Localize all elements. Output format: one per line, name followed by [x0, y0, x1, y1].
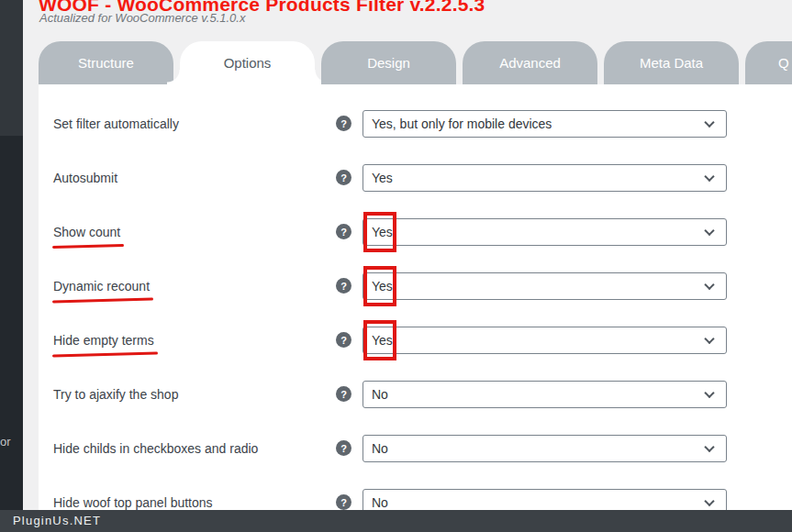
help-icon[interactable]: ?	[336, 386, 351, 402]
setting-label-text: Set filter automatically	[53, 116, 179, 131]
setting-label: Hide childs in checkboxes and radio	[53, 440, 336, 457]
tab-options[interactable]: Options	[180, 41, 315, 84]
help-icon[interactable]: ?	[336, 440, 351, 456]
chevron-down-icon	[704, 279, 714, 289]
settings-tab-bar: Structure Options Design Advanced Meta D…	[39, 41, 792, 84]
select-set-filter-automatically[interactable]: Yes, but only for mobile devices	[363, 110, 727, 138]
sidebar-menu-label-fragment: or	[0, 436, 11, 449]
setting-row-set-filter-automatically: Set filter automatically ? Yes, but only…	[39, 96, 792, 150]
setting-label-text: Show count	[53, 225, 120, 239]
setting-label: Hide empty terms	[53, 332, 336, 349]
setting-row-dynamic-recount: Dynamic recount ? Yes	[39, 259, 792, 313]
select-value: Yes	[372, 333, 393, 348]
select-value: No	[372, 441, 388, 456]
options-panel: Set filter automatically ? Yes, but only…	[39, 84, 792, 532]
help-icon[interactable]: ?	[336, 170, 351, 185]
tab-meta-data[interactable]: Meta Data	[604, 41, 739, 84]
setting-label-text: Hide empty terms	[53, 333, 154, 348]
chevron-down-icon	[704, 225, 714, 235]
select-value: Yes, but only for mobile devices	[372, 116, 552, 131]
chevron-down-icon	[704, 387, 714, 397]
select-value: Yes	[372, 225, 393, 239]
chevron-down-icon	[704, 171, 714, 181]
select-value: Yes	[372, 279, 393, 294]
setting-label-text: Dynamic recount	[53, 279, 150, 294]
tab-label: Q	[778, 55, 789, 71]
chevron-down-icon	[704, 116, 714, 127]
select-try-to-ajaxify-the-shop[interactable]: No	[363, 381, 727, 408]
select-hide-childs-in-checkboxes-and-radio[interactable]: No	[363, 435, 727, 462]
select-value: Yes	[372, 171, 393, 185]
chevron-down-icon	[704, 495, 714, 505]
select-hide-empty-terms[interactable]: Yes	[363, 327, 727, 354]
plugin-settings-page: or WOOF - WooCommerce Products Filter v.…	[0, 0, 792, 532]
tab-q[interactable]: Q	[745, 41, 792, 84]
footer-watermark: PluginUs.NET	[0, 510, 792, 532]
chevron-down-icon	[704, 333, 714, 343]
tab-label: Design	[367, 55, 410, 71]
tab-structure[interactable]: Structure	[39, 41, 173, 84]
setting-label-text: Hide childs in checkboxes and radio	[53, 441, 258, 456]
setting-label-text: Autosubmit	[53, 171, 117, 185]
footer-brand: PluginUs.NET	[13, 514, 101, 527]
page-subtitle: Actualized for WooCommerce v.5.1.0.x	[39, 11, 245, 25]
settings-rows: Set filter automatically ? Yes, but only…	[39, 84, 792, 529]
help-icon[interactable]: ?	[336, 278, 351, 294]
help-icon[interactable]: ?	[336, 224, 351, 239]
tab-label: Options	[224, 55, 272, 71]
setting-label: Dynamic recount	[53, 278, 336, 294]
setting-row-autosubmit: Autosubmit ? Yes	[39, 150, 792, 205]
select-show-count[interactable]: Yes	[363, 218, 727, 246]
wp-admin-sidebar-active-section[interactable]	[0, 0, 23, 136]
setting-label: Set filter automatically	[53, 116, 336, 132]
select-autosubmit[interactable]: Yes	[363, 164, 727, 192]
tab-label: Structure	[78, 55, 134, 71]
tab-advanced[interactable]: Advanced	[463, 41, 597, 84]
setting-row-show-count: Show count ? Yes	[39, 205, 792, 259]
tab-label: Advanced	[499, 55, 561, 71]
setting-label: Show count	[53, 224, 336, 240]
select-dynamic-recount[interactable]: Yes	[363, 272, 727, 300]
select-value: No	[372, 495, 388, 510]
setting-row-hide-empty-terms: Hide empty terms ? Yes	[39, 313, 792, 367]
setting-label: Hide woof top panel buttons	[53, 494, 336, 511]
chevron-down-icon	[704, 441, 714, 451]
setting-label-text: Hide woof top panel buttons	[53, 495, 213, 510]
help-icon[interactable]: ?	[336, 332, 351, 348]
setting-label: Autosubmit	[53, 170, 336, 186]
setting-row-hide-childs-in-checkboxes-and-radio: Hide childs in checkboxes and radio ? No	[39, 421, 792, 475]
setting-label: Try to ajaxify the shop	[53, 386, 336, 403]
help-icon[interactable]: ?	[336, 494, 351, 510]
setting-label-text: Try to ajaxify the shop	[53, 387, 178, 402]
wp-admin-sidebar[interactable]: or	[0, 0, 23, 532]
tab-label: Meta Data	[640, 55, 703, 71]
help-icon[interactable]: ?	[336, 116, 351, 131]
select-value: No	[372, 387, 388, 402]
setting-row-try-to-ajaxify-the-shop: Try to ajaxify the shop ? No	[39, 367, 792, 421]
tab-design[interactable]: Design	[321, 41, 456, 84]
